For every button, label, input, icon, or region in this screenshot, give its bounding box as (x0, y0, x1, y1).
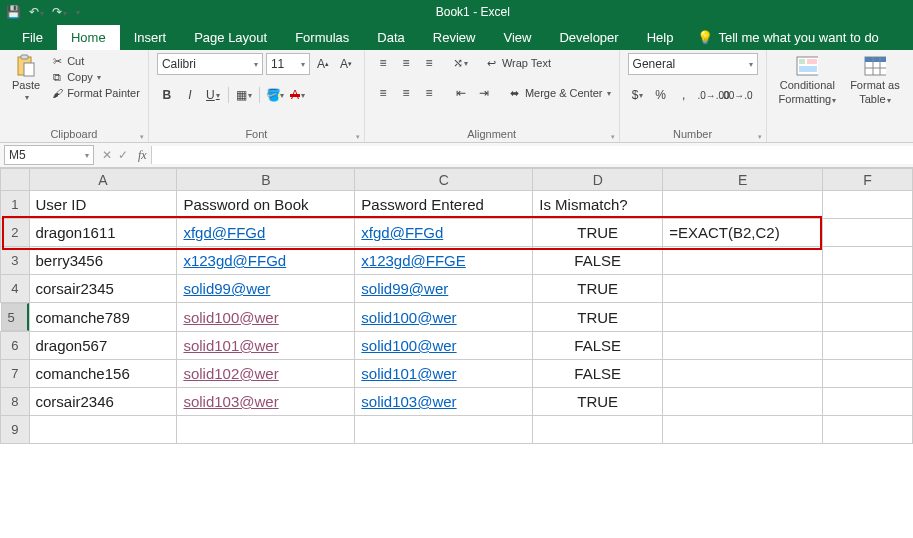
cell-D2[interactable]: TRUE (533, 219, 663, 247)
cut-button[interactable]: ✂Cut (50, 53, 140, 69)
cell-F2[interactable] (823, 219, 913, 247)
cell-E8[interactable] (663, 388, 823, 416)
percent-format-icon[interactable]: % (651, 85, 671, 105)
bold-button[interactable]: B (157, 85, 177, 105)
select-all-corner[interactable] (1, 169, 30, 191)
format-painter-button[interactable]: 🖌Format Painter (50, 85, 140, 101)
align-right-icon[interactable]: ≡ (419, 83, 439, 103)
align-center-icon[interactable]: ≡ (396, 83, 416, 103)
cell-D9[interactable] (533, 416, 663, 444)
row-header-4[interactable]: 4 (1, 275, 30, 303)
font-color-button[interactable]: A▾ (288, 85, 308, 105)
cell-D3[interactable]: FALSE (533, 247, 663, 275)
cell-A5[interactable]: comanche789 (29, 303, 177, 332)
align-middle-icon[interactable]: ≡ (396, 53, 416, 73)
cell-E2[interactable]: =EXACT(B2,C2) (663, 219, 823, 247)
row-header-1[interactable]: 1 (1, 191, 30, 219)
qat-customize-icon[interactable]: ▾ (76, 8, 80, 17)
underline-button[interactable]: U▾ (203, 85, 223, 105)
tell-me-search[interactable]: 💡 Tell me what you want to do (687, 25, 888, 50)
tab-help[interactable]: Help (633, 25, 688, 50)
cell-F9[interactable] (823, 416, 913, 444)
cell-F6[interactable] (823, 332, 913, 360)
cell-E5[interactable] (663, 303, 823, 332)
cell-A1[interactable]: User ID (29, 191, 177, 219)
copy-button[interactable]: ⧉Copy▾ (50, 69, 140, 85)
spreadsheet[interactable]: A B C D E F 1User IDPassword on BookPass… (0, 168, 913, 444)
save-icon[interactable]: 💾 (6, 5, 21, 19)
cell-D8[interactable]: TRUE (533, 388, 663, 416)
cell-C6[interactable]: solid100@wer (355, 332, 533, 360)
col-header-E[interactable]: E (663, 169, 823, 191)
cell-B6[interactable]: solid101@wer (177, 332, 355, 360)
row-header-8[interactable]: 8 (1, 388, 30, 416)
cell-B2[interactable]: xfgd@FFGd (177, 219, 355, 247)
cell-D1[interactable]: Is Mismatch? (533, 191, 663, 219)
cell-F5[interactable] (823, 303, 913, 332)
tab-formulas[interactable]: Formulas (281, 25, 363, 50)
cell-B4[interactable]: solid99@wer (177, 275, 355, 303)
cell-D7[interactable]: FALSE (533, 360, 663, 388)
paste-button[interactable]: Paste ▾ (8, 53, 44, 104)
align-top-icon[interactable]: ≡ (373, 53, 393, 73)
row-header-9[interactable]: 9 (1, 416, 30, 444)
cell-E9[interactable] (663, 416, 823, 444)
cell-E4[interactable] (663, 275, 823, 303)
cell-B3[interactable]: x123gd@FFGd (177, 247, 355, 275)
cell-C5[interactable]: solid100@wer (355, 303, 533, 332)
enter-formula-icon[interactable]: ✓ (118, 148, 128, 162)
col-header-A[interactable]: A (29, 169, 177, 191)
tab-review[interactable]: Review (419, 25, 490, 50)
row-header-5[interactable]: 5 (1, 303, 29, 331)
cell-A8[interactable]: corsair2346 (29, 388, 177, 416)
conditional-formatting-button[interactable]: Conditional Formatting▾ (775, 53, 841, 107)
cell-B7[interactable]: solid102@wer (177, 360, 355, 388)
italic-button[interactable]: I (180, 85, 200, 105)
borders-button[interactable]: ▦▾ (234, 85, 254, 105)
cell-C8[interactable]: solid103@wer (355, 388, 533, 416)
tab-insert[interactable]: Insert (120, 25, 181, 50)
fill-color-button[interactable]: 🪣▾ (265, 85, 285, 105)
font-name-select[interactable]: Calibri▾ (157, 53, 263, 75)
increase-indent-icon[interactable]: ⇥ (474, 83, 494, 103)
format-as-table-button[interactable]: Format as Table▾ (846, 53, 904, 107)
merge-center-button[interactable]: ⬌Merge & Center ▾ (508, 85, 611, 101)
cell-C3[interactable]: x123gd@FFGE (355, 247, 533, 275)
wrap-text-button[interactable]: ↩Wrap Text (485, 55, 551, 71)
cell-B1[interactable]: Password on Book (177, 191, 355, 219)
cell-E7[interactable] (663, 360, 823, 388)
cell-D4[interactable]: TRUE (533, 275, 663, 303)
cell-F7[interactable] (823, 360, 913, 388)
decrease-font-icon[interactable]: A▾ (336, 54, 356, 74)
tab-page-layout[interactable]: Page Layout (180, 25, 281, 50)
cell-A7[interactable]: comanche156 (29, 360, 177, 388)
number-format-select[interactable]: General▾ (628, 53, 758, 75)
decrease-decimal-icon[interactable]: .00→.0 (727, 85, 747, 105)
tab-home[interactable]: Home (57, 25, 120, 50)
cell-B9[interactable] (177, 416, 355, 444)
undo-icon[interactable]: ↶▾ (29, 5, 44, 19)
redo-icon[interactable]: ↷▾ (52, 5, 67, 19)
cell-A6[interactable]: dragon567 (29, 332, 177, 360)
cell-F1[interactable] (823, 191, 913, 219)
tab-data[interactable]: Data (363, 25, 418, 50)
cell-A3[interactable]: berry3456 (29, 247, 177, 275)
cell-B8[interactable]: solid103@wer (177, 388, 355, 416)
cell-F4[interactable] (823, 275, 913, 303)
accounting-format-icon[interactable]: $▾ (628, 85, 648, 105)
align-bottom-icon[interactable]: ≡ (419, 53, 439, 73)
row-header-7[interactable]: 7 (1, 360, 30, 388)
col-header-D[interactable]: D (533, 169, 663, 191)
cell-A4[interactable]: corsair2345 (29, 275, 177, 303)
cell-D5[interactable]: TRUE (533, 303, 663, 332)
fx-icon[interactable]: fx (134, 148, 151, 163)
cell-C1[interactable]: Password Entered (355, 191, 533, 219)
row-header-2[interactable]: 2 (1, 219, 30, 247)
decrease-indent-icon[interactable]: ⇤ (451, 83, 471, 103)
cell-D6[interactable]: FALSE (533, 332, 663, 360)
row-header-3[interactable]: 3 (1, 247, 30, 275)
cell-E6[interactable] (663, 332, 823, 360)
cell-E1[interactable] (663, 191, 823, 219)
cell-A9[interactable] (29, 416, 177, 444)
col-header-B[interactable]: B (177, 169, 355, 191)
